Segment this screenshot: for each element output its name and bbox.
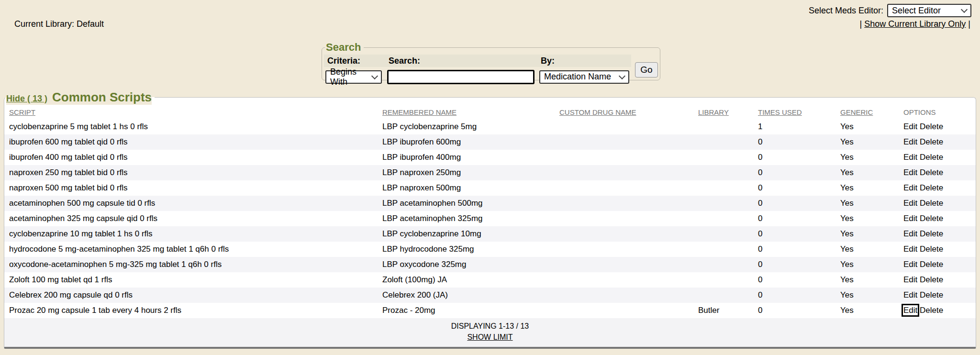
remembered-name-cell: LBP naproxen 250mg xyxy=(378,165,555,180)
delete-link[interactable]: Delete xyxy=(920,229,943,238)
custom-drug-name-cell xyxy=(555,119,693,134)
library-cell xyxy=(693,257,753,272)
edit-link[interactable]: Edit xyxy=(903,183,917,192)
options-cell: Edit Delete xyxy=(899,288,976,303)
edit-link[interactable]: Edit xyxy=(903,122,917,131)
table-row: oxycodone-acetaminophen 5 mg-325 mg tabl… xyxy=(4,257,976,272)
delete-link[interactable]: Delete xyxy=(920,214,943,223)
script-cell: Prozac 20 mg capsule 1 tab every 4 hours… xyxy=(4,303,378,318)
meds-editor-selected-value: Select Editor xyxy=(892,6,941,16)
go-button[interactable]: Go xyxy=(635,62,658,78)
edit-link[interactable]: Edit xyxy=(903,214,917,223)
times-used-cell: 0 xyxy=(753,134,835,150)
generic-cell: Yes xyxy=(835,119,899,134)
by-select[interactable]: Medication Name xyxy=(539,70,629,84)
delete-link[interactable]: Delete xyxy=(920,244,943,254)
common-scripts-panel: Hide ( 13 ) Common Scripts SCRIPT REMEMB… xyxy=(4,90,976,349)
custom-drug-name-cell xyxy=(555,303,693,318)
pipe-left: | xyxy=(860,19,865,29)
generic-cell: Yes xyxy=(835,288,899,303)
delete-link[interactable]: Delete xyxy=(920,306,943,315)
edit-link[interactable]: Edit xyxy=(903,306,917,315)
search-input[interactable] xyxy=(387,70,535,84)
script-cell: cyclobenzaprine 5 mg tablet 1 hs 0 rfls xyxy=(4,119,378,134)
meds-editor-select[interactable]: Select Editor xyxy=(887,4,971,17)
delete-link[interactable]: Delete xyxy=(920,290,943,300)
generic-cell: Yes xyxy=(835,150,899,165)
library-cell xyxy=(693,196,753,211)
hide-link[interactable]: Hide ( 13 ) xyxy=(6,94,47,104)
column-header-options: OPTIONS xyxy=(899,105,976,119)
library-cell xyxy=(693,150,753,165)
column-header-times-used: TIMES USED xyxy=(753,105,835,119)
table-header-row: SCRIPT REMEMBERED NAME CUSTOM DRUG NAME … xyxy=(4,105,976,119)
delete-link[interactable]: Delete xyxy=(920,183,943,192)
options-cell: Edit Delete xyxy=(899,257,976,272)
options-cell: Edit Delete xyxy=(899,272,976,288)
times-used-cell: 0 xyxy=(753,226,835,242)
table-row: cyclobenzaprine 5 mg tablet 1 hs 0 rfls … xyxy=(4,119,976,134)
generic-cell: Yes xyxy=(835,226,899,242)
edit-link[interactable]: Edit xyxy=(903,244,917,254)
edit-link[interactable]: Edit xyxy=(903,168,917,177)
current-library-label: Current Library: Default xyxy=(14,19,104,29)
delete-link[interactable]: Delete xyxy=(920,260,943,269)
script-cell: cyclobenzaprine 10 mg tablet 1 hs 0 rfls xyxy=(4,226,378,242)
scripts-table-body: cyclobenzaprine 5 mg tablet 1 hs 0 rfls … xyxy=(4,119,976,318)
remembered-name-cell: LBP acetaminophen 500mg xyxy=(378,196,555,211)
edit-link[interactable]: Edit xyxy=(903,290,917,300)
meds-editor-row: Select Meds Editor: Select Editor xyxy=(809,4,971,17)
show-library-row: | Show Current Library Only | xyxy=(860,19,970,29)
edit-link[interactable]: Edit xyxy=(903,199,917,208)
search-legend: Search xyxy=(325,41,364,54)
script-cell: ibuprofen 400 mg tablet qid 0 rfls xyxy=(4,150,378,165)
custom-drug-name-cell xyxy=(555,180,693,196)
times-used-cell: 0 xyxy=(753,196,835,211)
show-current-library-link[interactable]: Show Current Library Only xyxy=(864,19,966,29)
delete-link[interactable]: Delete xyxy=(920,168,943,177)
options-cell: Edit Delete xyxy=(899,180,976,196)
criteria-select[interactable]: Begins With xyxy=(325,70,382,84)
edit-link[interactable]: Edit xyxy=(903,153,917,162)
times-used-cell: 0 xyxy=(753,242,835,257)
custom-drug-name-cell xyxy=(555,226,693,242)
edit-link[interactable]: Edit xyxy=(903,275,917,284)
edit-link[interactable]: Edit xyxy=(903,137,917,146)
generic-cell: Yes xyxy=(835,272,899,288)
times-used-cell: 1 xyxy=(753,119,835,134)
table-row: hydrocodone 5 mg-acetaminophen 325 mg ta… xyxy=(4,242,976,257)
script-cell: acetaminophen 325 mg capsule qid 0 rfls xyxy=(4,211,378,226)
options-cell: Edit Delete xyxy=(899,150,976,165)
custom-drug-name-cell xyxy=(555,288,693,303)
times-used-cell: 0 xyxy=(753,288,835,303)
options-cell: Edit Delete xyxy=(899,165,976,180)
pipe-right: | xyxy=(966,19,970,29)
delete-link[interactable]: Delete xyxy=(920,153,943,162)
library-cell xyxy=(693,180,753,196)
script-cell: Celebrex 200 mg capsule qd 0 rfls xyxy=(4,288,378,303)
delete-link[interactable]: Delete xyxy=(920,199,943,208)
generic-cell: Yes xyxy=(835,242,899,257)
by-selected-value: Medication Name xyxy=(544,72,611,82)
script-cell: hydrocodone 5 mg-acetaminophen 325 mg ta… xyxy=(4,242,378,257)
delete-link[interactable]: Delete xyxy=(920,122,943,131)
table-row: Zoloft 100 mg tablet qd 1 rfls Zoloft (1… xyxy=(4,272,976,288)
custom-drug-name-cell xyxy=(555,242,693,257)
delete-link[interactable]: Delete xyxy=(920,275,943,284)
generic-cell: Yes xyxy=(835,165,899,180)
custom-drug-name-cell xyxy=(555,150,693,165)
delete-link[interactable]: Delete xyxy=(920,137,943,146)
script-cell: naproxen 250 mg tablet bid 0 rfls xyxy=(4,165,378,180)
remembered-name-cell: Celebrex 200 (JA) xyxy=(378,288,555,303)
times-used-cell: 0 xyxy=(753,165,835,180)
custom-drug-name-cell xyxy=(555,165,693,180)
column-header-script: SCRIPT xyxy=(4,105,378,119)
edit-link[interactable]: Edit xyxy=(903,229,917,238)
script-cell: oxycodone-acetaminophen 5 mg-325 mg tabl… xyxy=(4,257,378,272)
script-cell: Zoloft 100 mg tablet qd 1 rfls xyxy=(4,272,378,288)
table-row: ibuprofen 400 mg tablet qid 0 rfls LBP i… xyxy=(4,150,976,165)
show-limit-link[interactable]: SHOW LIMIT xyxy=(467,333,512,341)
generic-cell: Yes xyxy=(835,211,899,226)
edit-link[interactable]: Edit xyxy=(903,260,917,269)
custom-drug-name-cell xyxy=(555,196,693,211)
